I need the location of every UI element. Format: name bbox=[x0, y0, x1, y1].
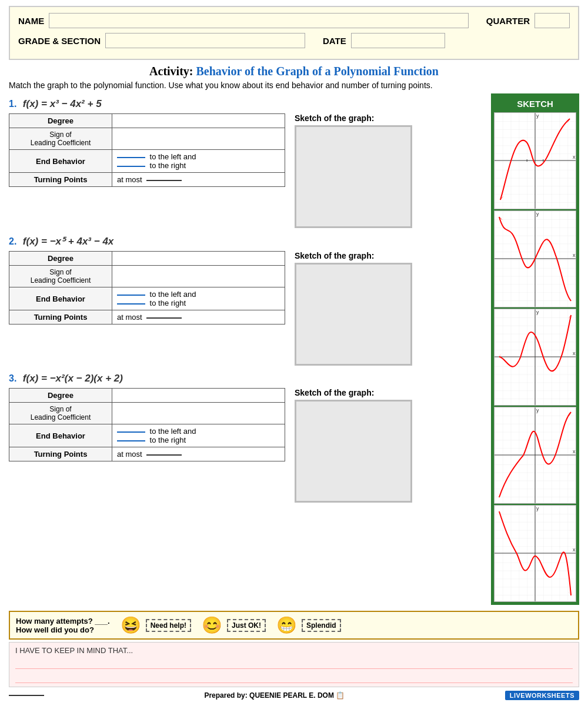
quarter-input[interactable] bbox=[534, 13, 570, 28]
emoji-group-3: 😁 Splendid bbox=[276, 615, 341, 635]
sign-label: Sign ofLeading Coefficient bbox=[9, 128, 112, 150]
svg-text:x: x bbox=[573, 252, 576, 258]
graph-svg-3: x y bbox=[495, 309, 576, 405]
sketch-graph-2: x y bbox=[494, 210, 576, 307]
end-behavior-label-2: End Behavior bbox=[9, 287, 112, 310]
sign-input-3 bbox=[117, 409, 280, 418]
mindnote-text: I HAVE TO KEEP IN MIND THAT... bbox=[15, 646, 573, 655]
table-row: Turning Points at most bbox=[9, 447, 285, 461]
emoji-group-2: 😊 Just OK! bbox=[202, 615, 266, 635]
sign-label-2: Sign ofLeading Coefficient bbox=[9, 266, 112, 287]
problem-2-number: 2. bbox=[9, 236, 16, 246]
degree-input-1 bbox=[117, 116, 280, 125]
date-input[interactable] bbox=[351, 33, 445, 48]
svg-text:y: y bbox=[536, 309, 539, 315]
problem-3-number: 3. bbox=[9, 373, 16, 383]
name-label: NAME bbox=[18, 16, 44, 26]
degree-label-2: Degree bbox=[9, 252, 112, 266]
problem-1-table: Degree Sign ofLeading Coefficient End Be… bbox=[9, 113, 285, 187]
sign-label-3: Sign ofLeading Coefficient bbox=[9, 403, 112, 424]
turning-blank-2 bbox=[146, 317, 182, 319]
problem-3: 3. f(x) = −x²(x − 2)(x + 2) Degree bbox=[9, 373, 491, 503]
date-label: DATE bbox=[323, 36, 346, 46]
svg-text:y: y bbox=[536, 506, 539, 511]
footer-section: How many attempts? ___. How well did you… bbox=[9, 611, 579, 640]
blue-line-right-1 bbox=[117, 166, 145, 167]
degree-label-3: Degree bbox=[9, 389, 112, 403]
degree-input-2 bbox=[117, 254, 280, 263]
turning-blank-3 bbox=[146, 454, 182, 456]
svg-text:x: x bbox=[573, 547, 576, 553]
brand-icon: 📋 bbox=[336, 691, 345, 700]
problem-2-title: 2. f(x) = −x⁵ + 4x³ − 4x bbox=[9, 235, 491, 247]
table-row: Degree bbox=[9, 114, 285, 128]
grade-input[interactable] bbox=[105, 33, 305, 48]
problem-1-formula: f(x) = x³ − 4x² + 5 bbox=[23, 98, 102, 109]
blue-line-left-1 bbox=[117, 157, 145, 158]
sketch-sidebar-header: SKETCH bbox=[494, 96, 576, 111]
degree-input-3 bbox=[117, 391, 280, 400]
svg-text:y: y bbox=[536, 113, 539, 119]
problem-2: 2. f(x) = −x⁵ + 4x³ − 4x Degree bbox=[9, 235, 491, 366]
need-help-label: Need help! bbox=[146, 619, 191, 632]
main-layout: 1. f(x) = x³ − 4x² + 5 Degree bbox=[9, 93, 579, 605]
sketch-box-1[interactable] bbox=[295, 125, 412, 228]
svg-text:y: y bbox=[536, 211, 539, 217]
sketch-graph-3: x y bbox=[494, 309, 576, 406]
sketch-label-3: Sketch of the graph: bbox=[295, 388, 412, 397]
emoji-laugh: 😆 bbox=[121, 615, 141, 635]
footer-attempts: How many attempts? ___. How well did you… bbox=[16, 617, 110, 634]
degree-value-2[interactable] bbox=[112, 252, 285, 266]
activity-title: Activity: Behavior of the Graph of a Pol… bbox=[9, 65, 579, 78]
svg-text:x: x bbox=[573, 350, 576, 356]
table-row: Degree bbox=[9, 252, 285, 266]
blue-line-left-2 bbox=[117, 295, 145, 296]
table-row: Sign ofLeading Coefficient bbox=[9, 266, 285, 287]
problem-2-table: Degree Sign ofLeading Coefficient End Be… bbox=[9, 251, 285, 324]
graph-svg-4: x y bbox=[495, 407, 576, 503]
svg-text:y: y bbox=[536, 407, 539, 413]
problem-1-title: 1. f(x) = x³ − 4x² + 5 bbox=[9, 98, 491, 110]
end-behavior-label: End Behavior bbox=[9, 150, 112, 173]
instructions-text: Match the graph to the polynomial functi… bbox=[9, 81, 579, 90]
table-row: Sign ofLeading Coefficient bbox=[9, 128, 285, 150]
blue-line-left-3 bbox=[117, 431, 145, 433]
table-row: End Behavior to the left and to the righ… bbox=[9, 150, 285, 173]
well-text: How well did you do? bbox=[16, 625, 110, 634]
turning-value-3: at most bbox=[112, 447, 285, 461]
grade-label: GRADE & SECTION bbox=[18, 36, 101, 46]
problem-3-formula: f(x) = −x²(x − 2)(x + 2) bbox=[23, 373, 123, 384]
problem-1-row: Degree Sign ofLeading Coefficient End Be… bbox=[9, 113, 491, 228]
emoji-ok: 😊 bbox=[202, 615, 222, 635]
sketch-sidebar: SKETCH x y bbox=[491, 93, 579, 605]
activity-main: Behavior of the Graph of a Polynomial Fu… bbox=[196, 65, 439, 78]
sketch-label-1: Sketch of the graph: bbox=[295, 113, 412, 123]
table-row: End Behavior to the left and to the righ… bbox=[9, 424, 285, 447]
problem-2-row: Degree Sign ofLeading Coefficient End Be… bbox=[9, 251, 491, 366]
graph-svg-2: x y bbox=[495, 211, 576, 307]
liveworksheets-brand: LIVEWORKSHEETS bbox=[505, 691, 579, 700]
splendid-label: Splendid bbox=[302, 619, 341, 632]
table-row: End Behavior to the left and to the righ… bbox=[9, 287, 285, 310]
graph-svg-5: x y bbox=[495, 506, 576, 601]
sign-value[interactable] bbox=[112, 128, 285, 150]
problem-1: 1. f(x) = x³ − 4x² + 5 Degree bbox=[9, 98, 491, 228]
quarter-label: QUARTER bbox=[486, 16, 530, 26]
degree-value-3[interactable] bbox=[112, 389, 285, 403]
sketch-graph-5: x y bbox=[494, 505, 576, 602]
sign-value-2[interactable] bbox=[112, 266, 285, 287]
problem-2-sketch: Sketch of the graph: bbox=[295, 251, 412, 366]
activity-prefix: Activity: bbox=[149, 65, 193, 78]
sketch-box-2[interactable] bbox=[295, 263, 412, 366]
problem-3-sketch: Sketch of the graph: bbox=[295, 388, 412, 503]
turning-label-3: Turning Points bbox=[9, 447, 112, 461]
problem-1-table-section: Degree Sign ofLeading Coefficient End Be… bbox=[9, 113, 285, 187]
svg-text:x: x bbox=[573, 449, 576, 454]
turning-value-2: at most bbox=[112, 310, 285, 324]
sign-value-3[interactable] bbox=[112, 403, 285, 424]
table-row: Degree bbox=[9, 389, 285, 403]
sketch-box-3[interactable] bbox=[295, 400, 412, 503]
degree-value[interactable] bbox=[112, 114, 285, 128]
name-input[interactable] bbox=[49, 13, 469, 28]
turning-blank-1 bbox=[146, 180, 182, 181]
